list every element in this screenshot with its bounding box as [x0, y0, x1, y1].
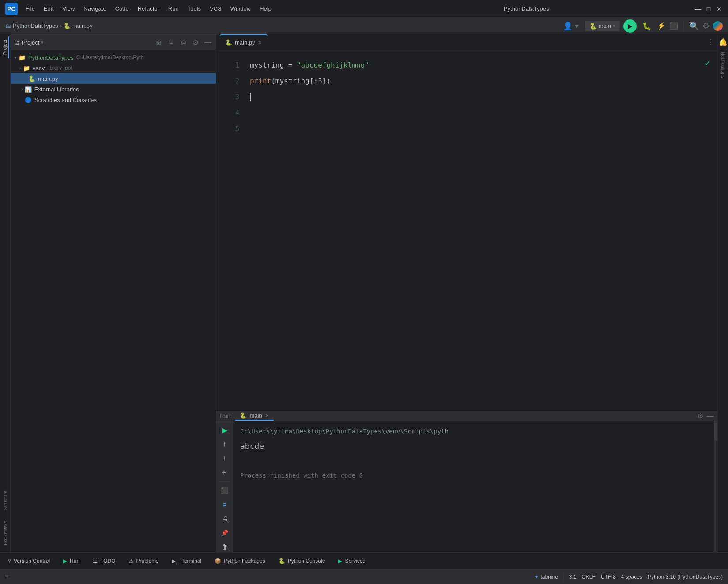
line-num-5: 5: [216, 121, 239, 137]
breadcrumb: 🗂 PythonDataTypes › 🐍 main.py: [5, 18, 93, 34]
coverage-button[interactable]: ⚡: [657, 22, 666, 30]
locate-file-icon[interactable]: ⊜: [179, 38, 188, 47]
run-tab-main[interactable]: 🐍 main ✕: [235, 411, 273, 421]
tab-label: main.py: [235, 39, 255, 46]
menu-tools[interactable]: Tools: [184, 4, 204, 13]
stop-button[interactable]: ⬛: [669, 22, 678, 30]
debug-button[interactable]: 🐛: [640, 19, 653, 33]
git-icon: ⑂: [5, 574, 8, 580]
run-scrollbar[interactable]: [714, 421, 717, 552]
bookmarks-tab-vertical[interactable]: Bookmarks: [2, 517, 9, 549]
editor-more-icon[interactable]: ⋮: [707, 38, 714, 46]
ext-lib-icon: 📊: [25, 86, 32, 93]
notifications-label[interactable]: Notifications: [720, 48, 727, 82]
encoding-indicator[interactable]: UTF-8: [601, 574, 616, 580]
python-packages-icon: 📦: [215, 558, 221, 564]
code-line-4: [250, 105, 717, 121]
notifications-icon[interactable]: 🔔: [719, 38, 728, 46]
updates-button[interactable]: [713, 21, 723, 31]
root-path: C:\Users\yilma\Desktop\Pyth: [76, 54, 144, 60]
run-trash-icon[interactable]: 🗑: [219, 542, 230, 552]
project-settings-icon[interactable]: ⚙: [191, 38, 200, 47]
maximize-button[interactable]: □: [705, 5, 712, 12]
title-bar: PC File Edit View Navigate Code Refactor…: [0, 0, 728, 18]
editor-content[interactable]: ✓ 1 2 3 4 5 mystring = "abcdefghijklmno"…: [216, 50, 717, 411]
menu-code[interactable]: Code: [112, 4, 132, 13]
run-tab-icon-bottom: ▶: [63, 558, 67, 564]
tab-todo[interactable]: ☰ TODO: [87, 555, 121, 567]
tab-python-packages[interactable]: 📦 Python Packages: [208, 555, 271, 567]
menu-file[interactable]: File: [22, 4, 38, 13]
close-panel-icon[interactable]: —: [204, 38, 212, 47]
menu-run[interactable]: Run: [165, 4, 182, 13]
code-area[interactable]: mystring = "abcdefghijklmno" print(mystr…: [243, 50, 717, 411]
account-button[interactable]: 👤 ▾: [563, 21, 579, 31]
venv-chevron: ›: [19, 65, 21, 71]
python-version-indicator[interactable]: Python 3.10 (PythonDataTypes): [648, 574, 723, 580]
line-col-indicator[interactable]: 3:1: [569, 574, 577, 580]
run-panel-body: ▶ ↑ ↓ ↵ ⬛ ≡ 🖨 📌 🗑 C:\Users\yilma\Desktop…: [216, 421, 717, 552]
run-scroll-down-icon[interactable]: ↓: [219, 453, 230, 463]
tree-mainpy[interactable]: 🐍 main.py: [11, 73, 216, 84]
run-label: Run:: [220, 413, 232, 419]
run-tab-label: main: [249, 412, 262, 419]
menu-help[interactable]: Help: [256, 4, 275, 13]
right-sidebar: 🔔 Notifications: [717, 34, 728, 552]
tree-root[interactable]: ▾ 📁 PythonDataTypes C:\Users\yilma\Deskt…: [11, 52, 216, 63]
indent-indicator[interactable]: 4 spaces: [621, 574, 642, 580]
breadcrumb-file[interactable]: 🐍 main.py: [64, 23, 93, 29]
run-scroll-up-icon[interactable]: ↑: [219, 439, 230, 449]
tab-close-icon[interactable]: ✕: [258, 40, 262, 46]
terminal-label: Terminal: [181, 558, 201, 564]
left-sidebar-tabs: Project Structure Bookmarks: [0, 34, 11, 552]
minimize-button[interactable]: —: [694, 5, 702, 12]
bottom-tool-tabs: ⑂ Version Control ▶ Run ☰ TODO ⚠ Problem…: [0, 552, 728, 569]
tab-run[interactable]: ▶ Run: [57, 555, 86, 567]
py-file-icon: 🐍: [28, 75, 35, 82]
run-minimize-icon[interactable]: —: [707, 412, 714, 420]
run-list-icon[interactable]: ≡: [219, 499, 230, 510]
breadcrumb-project[interactable]: 🗂 PythonDataTypes: [5, 23, 58, 29]
collapse-all-icon[interactable]: ≡: [166, 38, 175, 47]
python-console-icon: 🐍: [279, 558, 285, 564]
menu-vcs[interactable]: VCS: [206, 4, 225, 13]
tree-external-libs[interactable]: › 📊 External Libraries: [11, 84, 216, 94]
tab-python-console[interactable]: 🐍 Python Console: [272, 555, 332, 567]
run-wrap-icon[interactable]: ↵: [219, 467, 230, 478]
tab-terminal[interactable]: ▶_ Terminal: [166, 555, 207, 567]
run-stop-icon[interactable]: ⬛: [219, 485, 230, 496]
services-icon: ▶: [338, 558, 342, 564]
project-tab-vertical[interactable]: Project: [1, 36, 9, 58]
tree-scratches[interactable]: 🔵 Scratches and Consoles: [11, 94, 216, 105]
run-play-icon[interactable]: ▶: [219, 425, 230, 435]
run-print-icon[interactable]: 🖨: [219, 513, 230, 524]
line-ending-indicator[interactable]: CRLF: [582, 574, 596, 580]
tab-services[interactable]: ▶ Services: [332, 555, 371, 567]
editor-tab-mainpy[interactable]: 🐍 main.py ✕: [220, 34, 268, 50]
run-tab-close[interactable]: ✕: [265, 413, 269, 419]
tab-version-control[interactable]: ⑂ Version Control: [2, 555, 56, 567]
menu-window[interactable]: Window: [227, 4, 254, 13]
settings-button[interactable]: ⚙: [702, 21, 709, 31]
tabnine-icon: ✦: [534, 574, 539, 580]
run-button[interactable]: ▶: [623, 19, 637, 33]
menu-navigate[interactable]: Navigate: [80, 4, 109, 13]
close-button[interactable]: ✕: [716, 5, 723, 12]
search-button[interactable]: 🔍: [689, 21, 699, 31]
tab-problems[interactable]: ⚠ Problems: [123, 555, 165, 567]
run-pin-icon[interactable]: 📌: [219, 527, 230, 538]
vcs-status[interactable]: ⑂: [5, 574, 8, 580]
menu-edit[interactable]: Edit: [40, 4, 57, 13]
run-settings-icon[interactable]: ⚙: [697, 412, 703, 420]
services-label: Services: [345, 558, 365, 564]
menu-refactor[interactable]: Refactor: [134, 4, 163, 13]
mainpy-label: main.py: [38, 75, 58, 82]
scratches-label: Scratches and Consoles: [34, 97, 97, 103]
add-content-icon[interactable]: ⊕: [154, 38, 163, 47]
run-config-dropdown[interactable]: 🐍 main ▾: [585, 21, 620, 31]
tree-venv[interactable]: › 📁 venv library root: [11, 63, 216, 73]
run-panel: Run: 🐍 main ✕ ⚙ — ▶ ↑ ↓ ↵: [216, 411, 717, 552]
structure-tab-vertical[interactable]: Structure: [2, 487, 9, 514]
menu-view[interactable]: View: [59, 4, 78, 13]
run-label-bottom: Run: [70, 558, 79, 564]
